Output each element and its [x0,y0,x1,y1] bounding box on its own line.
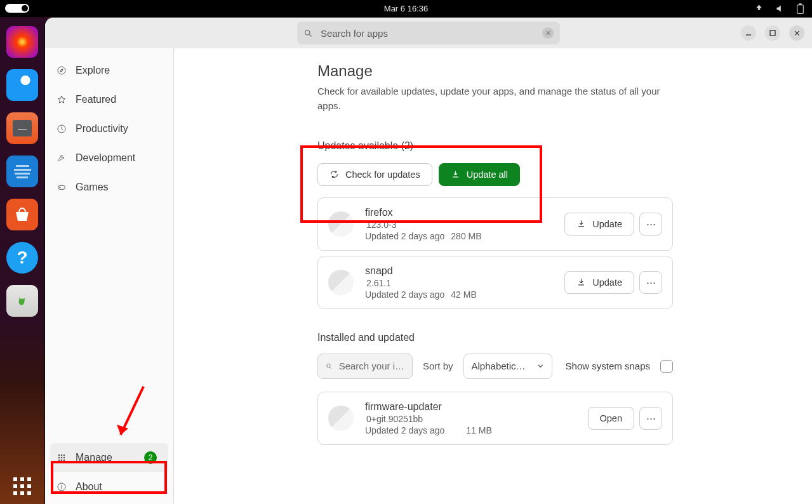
app-name: snapd [365,265,553,277]
search-apps-input[interactable]: Search for apps ✕ [297,22,560,44]
sidebar-item-label: Featured [76,94,116,105]
app-icon [328,406,354,431]
show-applications[interactable] [13,477,31,495]
dock-files[interactable]: ― [6,112,38,144]
more-button[interactable]: ⋯ [639,271,662,294]
sidebar-item-label: Explore [76,65,110,76]
system-tray[interactable] [754,3,804,14]
svg-point-10 [61,454,62,456]
svg-rect-1 [799,4,801,5]
updates-header: Updates available (2) [317,140,673,152]
svg-rect-0 [797,5,804,14]
sort-label: Sort by [423,361,453,371]
svg-line-22 [330,367,331,368]
app-size: 11 MB [466,425,491,435]
app-name: firmware-updater [365,401,576,413]
maximize-button[interactable] [765,25,780,41]
page-subtitle: Check for available updates, update your… [317,84,673,114]
dock-software[interactable] [6,199,38,230]
top-menubar: Mar 6 16:36 [0,0,812,17]
star-icon [57,95,67,105]
clock[interactable]: Mar 6 16:36 [384,4,428,13]
update-button[interactable]: Update [564,271,634,294]
update-button[interactable]: Update [564,213,634,235]
installed-header: Installed and updated [317,332,673,343]
svg-point-14 [63,457,65,458]
svg-rect-8 [58,185,65,189]
svg-point-20 [62,485,62,486]
sidebar-item-label: Development [76,152,135,164]
svg-point-6 [58,67,65,74]
svg-line-3 [309,34,311,36]
search-icon [326,362,333,371]
download-icon [576,277,586,287]
clear-search-icon[interactable]: ✕ [542,27,554,39]
grid-icon [57,453,67,463]
minimize-button[interactable] [741,25,756,41]
clock-icon [57,124,67,134]
volume-icon [775,4,785,13]
battery-icon [796,3,804,14]
sidebar-item-about[interactable]: About [45,472,173,501]
svg-point-13 [61,457,62,458]
app-size: 42 MB [451,289,476,300]
search-placeholder: Search your i… [339,361,404,371]
close-window-button[interactable]: ✕ [789,25,804,41]
dock-help[interactable]: ? [6,242,38,274]
titlebar: Search for apps ✕ ✕ [45,18,812,48]
info-icon [57,482,67,492]
app-icon [328,211,354,237]
search-installed-input[interactable]: Search your i… [317,354,413,379]
download-icon [576,219,586,229]
app-updated: Updated 2 days ago [365,231,444,241]
app-version: 123.0-3 [365,220,553,230]
sidebar-item-explore[interactable]: Explore [45,56,173,85]
installed-card-firmware-updater: firmware-updater 0+git.90251bb Updated 2… [317,392,673,445]
ellipsis-icon: ⋯ [646,219,656,229]
app-size: 280 MB [451,231,481,241]
svg-point-16 [61,460,62,461]
ellipsis-icon: ⋯ [646,413,656,423]
sidebar-item-label: Manage [76,452,112,463]
more-button[interactable]: ⋯ [639,213,662,235]
sort-value: Alphabetica… [472,361,528,371]
show-system-label: Show system snaps [566,361,650,371]
main-panel: Manage Check for available updates, upda… [174,48,812,504]
update-card-firefox: firefox 123.0-3 Updated 2 days ago 280 M… [317,197,673,251]
dock-writer[interactable] [6,156,38,187]
app-center-window: Search for apps ✕ ✕ Explore Featured [44,17,812,504]
sidebar-item-featured[interactable]: Featured [45,85,173,114]
svg-point-12 [58,457,60,458]
open-button[interactable]: Open [588,407,634,430]
download-icon [451,169,460,179]
update-all-button[interactable]: Update all [439,163,520,186]
sort-select[interactable]: Alphabetica… [463,354,552,379]
search-icon [303,29,313,38]
dock-trash[interactable] [6,285,38,317]
check-updates-button[interactable]: Check for updates [317,163,432,186]
svg-point-15 [58,460,60,461]
svg-point-9 [58,454,60,456]
refresh-icon [329,169,339,179]
page-title: Manage [317,62,673,80]
svg-point-2 [305,30,310,35]
dock-firefox[interactable] [6,26,38,58]
dock-thunderbird[interactable] [6,69,38,101]
ellipsis-icon: ⋯ [646,277,656,288]
ubuntu-dock: ― ? [0,17,44,504]
sidebar-item-productivity[interactable]: Productivity [45,114,173,143]
update-card-snapd: snapd 2.61.1 Updated 2 days ago 42 MB Up… [317,256,673,309]
sidebar-item-manage[interactable]: Manage 2 [50,443,168,472]
sidebar-item-development[interactable]: Development [45,143,173,173]
app-icon [328,270,354,295]
activities-indicator[interactable] [5,4,29,13]
search-placeholder: Search for apps [321,28,388,39]
app-version: 2.61.1 [365,278,553,288]
sidebar: Explore Featured Productivity Developmen… [45,48,174,504]
more-button[interactable]: ⋯ [639,407,662,430]
show-system-checkbox[interactable] [660,360,673,373]
button-label: Check for updates [345,169,420,180]
button-label: Update all [467,169,508,180]
sidebar-item-games[interactable]: Games [45,173,173,202]
compass-icon [57,65,67,76]
